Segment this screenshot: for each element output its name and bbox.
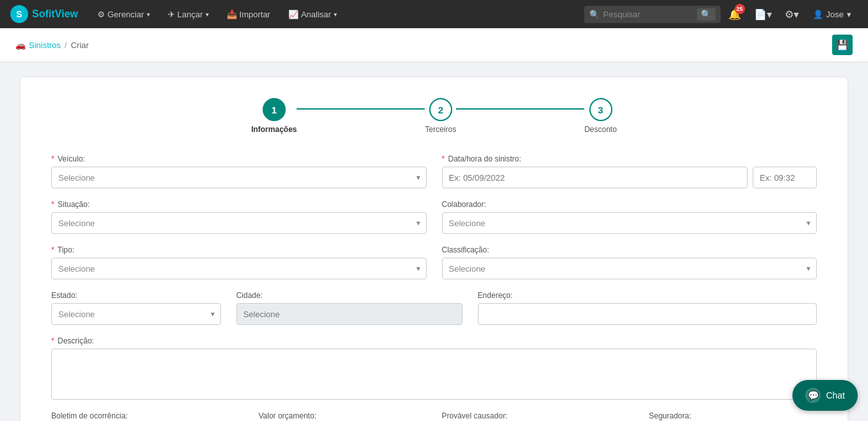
tipo-label: * Tipo: — [51, 245, 427, 254]
descricao-textarea[interactable] — [51, 349, 817, 400]
chevron-down-icon: ▾ — [206, 11, 209, 18]
step-1-label: Informações — [251, 125, 297, 134]
search-icon: 🔍 — [589, 10, 600, 19]
step-3: 3 Desconto — [584, 98, 617, 134]
data-hora-group: * Data/hora do sinistro: — [442, 154, 817, 188]
endereco-input[interactable] — [478, 303, 817, 325]
file-button[interactable]: 📄 ▾ — [749, 0, 777, 28]
form-row-4: Estado: Selecione Cidade: Endereço: — [51, 291, 817, 325]
tipo-select[interactable]: Selecione — [51, 258, 427, 279]
main-content: 1 Informações 2 Terceiros 3 Desconto * V… — [0, 62, 868, 421]
time-input[interactable] — [753, 167, 817, 188]
step-2-circle: 2 — [429, 98, 452, 121]
breadcrumb-current: Criar — [70, 40, 88, 50]
user-menu[interactable]: 👤 Jose ▾ — [807, 0, 858, 28]
colaborador-label: Colaborador: — [442, 200, 817, 209]
date-input[interactable] — [442, 167, 748, 188]
classificacao-label: Classificação: — [442, 245, 817, 254]
cidade-group: Cidade: — [236, 291, 463, 325]
form-card: 1 Informações 2 Terceiros 3 Desconto * V… — [20, 78, 848, 421]
veiculo-label: * Veículo: — [51, 154, 427, 163]
provavel-causador-label: Provável causador: — [442, 411, 634, 420]
step-2: 2 Terceiros — [425, 98, 456, 134]
descricao-label: * Descrição: — [51, 336, 817, 345]
estado-select-wrapper: Selecione — [51, 303, 221, 325]
provavel-causador-group: Provável causador: Selecione — [442, 411, 634, 421]
classificacao-select[interactable]: Selecione — [442, 258, 817, 279]
estado-label: Estado: — [51, 291, 221, 300]
form-row-3: * Tipo: Selecione Classificação: Selecio… — [51, 245, 817, 279]
notifications-button[interactable]: 🔔 25 — [723, 0, 746, 28]
cidade-input — [236, 303, 463, 325]
navbar: S SofitView ⚙ Gerenciar ▾ ✈ Lançar ▾ 📥 I… — [0, 0, 868, 28]
veiculo-select-wrapper: Selecione — [51, 167, 427, 188]
valor-orcamento-group: Valor orçamento: R$ — [258, 411, 426, 421]
launch-icon: ✈ — [168, 10, 175, 19]
settings-button[interactable]: ⚙ ▾ — [780, 0, 804, 28]
chat-button[interactable]: 💬 Chat — [792, 380, 858, 411]
chat-icon: 💬 — [805, 388, 821, 403]
step-3-label: Desconto — [584, 125, 617, 134]
colaborador-group: Colaborador: Selecione — [442, 200, 817, 234]
boletim-group: Boletim de ocorrência: — [51, 411, 243, 421]
form-row-2: * Situação: Selecione Colaborador: Selec… — [51, 200, 817, 234]
brand: S SofitView — [10, 5, 78, 23]
estado-group: Estado: Selecione — [51, 291, 221, 325]
navbar-right: 🔍 🔍 🔔 25 📄 ▾ ⚙ ▾ 👤 Jose ▾ — [584, 0, 858, 28]
search-box: 🔍 🔍 — [584, 6, 721, 23]
form-row-1: * Veículo: Selecione * Data/hora do sini… — [51, 154, 817, 188]
tipo-group: * Tipo: Selecione — [51, 245, 427, 279]
chevron-down-icon: ▾ — [147, 11, 150, 18]
step-1-circle: 1 — [263, 98, 286, 121]
situacao-label: * Situação: — [51, 200, 427, 209]
step-line-1 — [297, 108, 425, 110]
breadcrumb-bar: 🚗 Sinistros / Criar 💾 — [0, 28, 868, 62]
car-icon: 🚗 — [15, 40, 26, 50]
colaborador-select-wrapper: Selecione — [442, 212, 817, 234]
import-icon: 📥 — [227, 10, 237, 19]
veiculo-group: * Veículo: Selecione — [51, 154, 427, 188]
brand-logo: S — [10, 5, 28, 23]
situacao-select-wrapper: Selecione — [51, 212, 427, 234]
seguradora-label: Seguradora: — [649, 411, 817, 420]
chart-icon: 📈 — [288, 10, 299, 19]
nav-gerenciar[interactable]: ⚙ Gerenciar ▾ — [91, 0, 156, 28]
chevron-down-icon: ▾ — [794, 8, 799, 21]
tipo-select-wrapper: Selecione — [51, 258, 427, 279]
step-1: 1 Informações — [251, 98, 297, 134]
step-line-2 — [456, 108, 584, 110]
breadcrumb-separator: / — [65, 40, 67, 50]
search-button[interactable]: 🔍 — [697, 8, 716, 21]
nav-importar[interactable]: 📥 Importar — [220, 0, 277, 28]
nav-analisar[interactable]: 📈 Analisar ▾ — [282, 0, 343, 28]
chevron-down-icon: ▾ — [767, 8, 772, 21]
seguradora-group: Seguradora: Selecione — [649, 411, 817, 421]
estado-select[interactable]: Selecione — [51, 303, 221, 325]
chevron-down-icon: ▾ — [847, 10, 851, 19]
situacao-group: * Situação: Selecione — [51, 200, 427, 234]
gear-icon: ⚙ — [97, 10, 105, 19]
boletim-label: Boletim de ocorrência: — [51, 411, 243, 420]
descricao-group: * Descrição: — [51, 336, 817, 400]
nav-lancar[interactable]: ✈ Lançar ▾ — [161, 0, 215, 28]
brand-name: SofitView — [32, 8, 78, 20]
save-icon: 💾 — [836, 39, 849, 51]
breadcrumb-parent-link[interactable]: 🚗 Sinistros — [15, 40, 61, 50]
search-input[interactable] — [603, 10, 693, 19]
step-2-label: Terceiros — [425, 125, 456, 134]
situacao-select[interactable]: Selecione — [51, 212, 427, 234]
stepper: 1 Informações 2 Terceiros 3 Desconto — [51, 98, 817, 134]
breadcrumb-action-button[interactable]: 💾 — [832, 35, 853, 55]
classificacao-select-wrapper: Selecione — [442, 258, 817, 279]
form-row-6: Boletim de ocorrência: Valor orçamento: … — [51, 411, 817, 421]
notification-badge: 25 — [735, 4, 745, 14]
endereco-group: Endereço: — [478, 291, 817, 325]
veiculo-select[interactable]: Selecione — [51, 167, 427, 188]
cidade-label: Cidade: — [236, 291, 463, 300]
form-row-5: * Descrição: — [51, 336, 817, 400]
endereco-label: Endereço: — [478, 291, 817, 300]
colaborador-select[interactable]: Selecione — [442, 212, 817, 234]
step-3-circle: 3 — [589, 98, 612, 121]
data-hora-label: * Data/hora do sinistro: — [442, 154, 817, 163]
chevron-down-icon: ▾ — [334, 11, 337, 18]
